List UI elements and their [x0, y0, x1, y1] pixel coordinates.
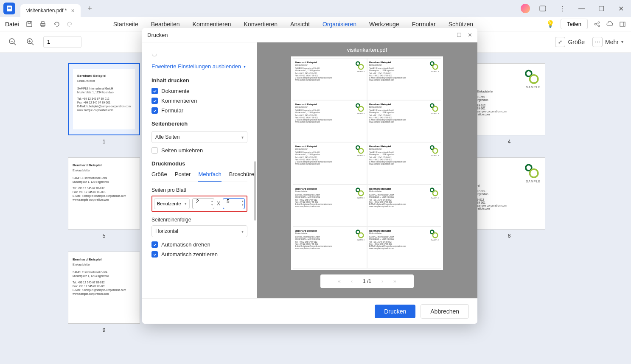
- menu-tools[interactable]: Werkzeuge: [369, 21, 399, 28]
- svg-point-42: [359, 233, 363, 238]
- svg-point-22: [530, 75, 538, 83]
- first-page-icon[interactable]: «: [338, 278, 341, 284]
- chevron-down-icon: ▾: [185, 202, 187, 206]
- redo-icon[interactable]: [67, 21, 73, 28]
- spinner-icon[interactable]: ▴▾: [211, 199, 213, 207]
- more-label: Mehr: [605, 39, 619, 45]
- card-name: Bernhard Beispiel: [77, 73, 131, 78]
- maximize-icon[interactable]: ☐: [595, 2, 608, 15]
- columns-input[interactable]: 2▴▾: [192, 198, 214, 209]
- preview-filename: visitenkarten.pdf: [347, 47, 387, 53]
- svg-rect-1: [8, 7, 11, 8]
- preview-cell: SAMPLEBernhard BeispielEinkaufsleiterSAM…: [293, 100, 367, 142]
- menu-form[interactable]: Formular: [412, 21, 436, 28]
- menu-convert[interactable]: Konvertieren: [244, 21, 278, 28]
- cancel-button[interactable]: Abbrechen: [421, 304, 469, 319]
- check-icon: [151, 98, 158, 104]
- thumbnail-4[interactable]: SAMPLE Einkaufsleiter I GmbH Irgendwo 89…: [473, 63, 545, 135]
- last-page-icon[interactable]: »: [393, 278, 396, 284]
- page-number-input[interactable]: [43, 36, 81, 48]
- preview-cell: SAMPLEBernhard BeispielEinkaufsleiterSAM…: [367, 227, 441, 269]
- svg-rect-4: [27, 22, 32, 27]
- document-tab[interactable]: visitenkarten.pdf * ×: [20, 4, 81, 17]
- size-button[interactable]: ⤢ Größe: [555, 37, 585, 47]
- undo-icon[interactable]: [53, 21, 60, 28]
- lightbulb-icon[interactable]: 💡: [546, 20, 555, 28]
- check-icon: [151, 107, 158, 114]
- dialog-settings-panel: ◡ Erweiterte Einstellungen ausblenden ▾ …: [142, 42, 257, 298]
- thumb-number-8: 8: [473, 233, 545, 239]
- share-button[interactable]: Teilen: [561, 19, 588, 29]
- thumb-number-5: 5: [68, 233, 140, 239]
- print-button[interactable]: Drucken: [375, 305, 415, 318]
- thumb-number-1: 1: [68, 139, 140, 145]
- menu-edit[interactable]: Bearbeiten: [151, 21, 180, 28]
- preview-cell: SAMPLEBernhard BeispielEinkaufsleiterSAM…: [293, 227, 367, 269]
- svg-point-32: [433, 106, 437, 111]
- page-range-select[interactable]: Alle Seiten▾: [151, 131, 247, 143]
- card-company: SAMPLE International GmbH: [77, 87, 131, 90]
- share-link-icon[interactable]: [594, 21, 600, 28]
- menu-protect[interactable]: Schützen: [449, 21, 473, 28]
- svg-rect-5: [28, 22, 31, 23]
- card-fax: Fax: +99 12 345 67 89-001: [77, 101, 131, 104]
- checkbox-form[interactable]: Formular: [151, 107, 247, 114]
- preview-cell: SAMPLEBernhard BeispielEinkaufsleiterSAM…: [293, 142, 367, 184]
- checkbox-auto-center[interactable]: Automatisch zentrieren: [151, 251, 247, 258]
- print-icon[interactable]: [39, 21, 46, 28]
- menu-organize[interactable]: Organisieren: [323, 21, 356, 28]
- pages-preset-select[interactable]: Benutzerde▾: [154, 198, 190, 209]
- collapse-icon[interactable]: ◡: [151, 49, 247, 57]
- thumb-number-4: 4: [473, 139, 545, 145]
- save-icon[interactable]: [26, 21, 33, 28]
- menu-view[interactable]: Ansicht: [290, 21, 310, 28]
- checkbox-empty-icon: [151, 147, 158, 154]
- rows-input[interactable]: 5▴▾: [223, 198, 245, 209]
- print-preview-panel: visitenkarten.pdf SAMPLEBernhard Beispie…: [257, 42, 477, 298]
- spinner-icon[interactable]: ▴▾: [242, 199, 244, 207]
- kebab-menu-icon[interactable]: ⋮: [555, 2, 569, 15]
- tab-poster[interactable]: Poster: [175, 171, 191, 182]
- svg-point-28: [433, 64, 437, 69]
- file-menu[interactable]: Datei: [5, 21, 19, 28]
- preview-cell: SAMPLEBernhard BeispielEinkaufsleiterSAM…: [367, 58, 441, 100]
- close-window-icon[interactable]: ✕: [614, 2, 628, 15]
- page-order-select[interactable]: Horizontal▾: [151, 225, 247, 237]
- right-thumbnails: SAMPLE Einkaufsleiter I GmbH Irgendwo 89…: [473, 63, 545, 252]
- panel-icon[interactable]: [619, 21, 626, 28]
- dialog-close-icon[interactable]: ✕: [468, 32, 472, 38]
- cloud-icon[interactable]: [606, 21, 613, 28]
- menu-start[interactable]: Startseite: [113, 21, 138, 28]
- tab-size[interactable]: Größe: [151, 171, 167, 182]
- svg-point-36: [433, 148, 437, 153]
- minimize-icon[interactable]: —: [575, 2, 589, 15]
- preview-cell: SAMPLEBernhard BeispielEinkaufsleiterSAM…: [367, 100, 441, 142]
- resize-icon: ⤢: [555, 37, 565, 47]
- checkbox-reverse[interactable]: Seiten umkehren: [151, 147, 247, 154]
- checkbox-auto-rotate[interactable]: Automatisch drehen: [151, 241, 247, 248]
- app-logo[interactable]: [3, 3, 15, 14]
- menu-comment[interactable]: Kommentieren: [193, 21, 231, 28]
- chevron-down-icon: ▾: [241, 229, 244, 234]
- tab-brochure[interactable]: Broschüre: [229, 171, 254, 182]
- close-icon[interactable]: ×: [71, 7, 74, 14]
- prev-page-icon[interactable]: ‹: [351, 278, 353, 284]
- more-button[interactable]: ⋯ Mehr ▾: [592, 37, 623, 47]
- dialog-maximize-icon[interactable]: ☐: [457, 32, 462, 38]
- zoom-out-icon[interactable]: [8, 37, 18, 47]
- thumbnail-1[interactable]: Bernhard Beispiel Einkaufsleiter SAMPLE …: [68, 63, 140, 135]
- advanced-settings-link[interactable]: Erweiterte Einstellungen ausblenden ▾: [151, 63, 247, 70]
- zoom-in-icon[interactable]: [25, 37, 36, 47]
- tab-multiple[interactable]: Mehrfach: [198, 171, 221, 182]
- avatar[interactable]: [521, 4, 530, 13]
- thumbnail-5[interactable]: Bernhard Beispiel Einkaufsleiter SAMPLE …: [68, 157, 140, 230]
- checkbox-comments[interactable]: Kommentieren: [151, 98, 247, 104]
- notification-icon[interactable]: [536, 2, 550, 15]
- thumbnail-8[interactable]: SAMPLE iel I GmbH Irgendwo 9-012 89-001 …: [473, 157, 545, 230]
- checkbox-documents[interactable]: Dokumente: [151, 88, 247, 94]
- thumbnail-9[interactable]: Bernhard Beispiel Einkaufsleiter SAMPLE …: [68, 252, 140, 324]
- sample-logo-text: SAMPLE: [526, 86, 541, 89]
- pdf-logo-icon: [6, 5, 13, 12]
- next-page-icon[interactable]: ›: [381, 278, 383, 284]
- new-tab-button[interactable]: +: [85, 4, 95, 13]
